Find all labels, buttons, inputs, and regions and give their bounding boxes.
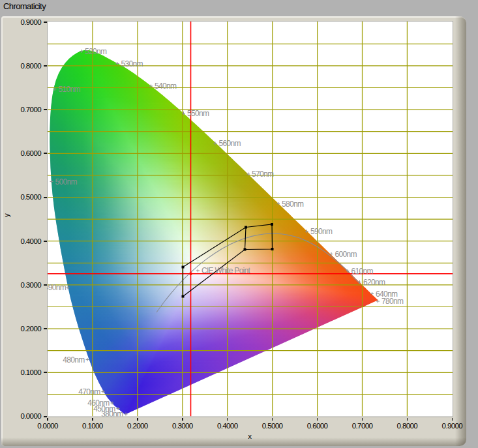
svg-text:500nm: 500nm xyxy=(55,177,78,187)
svg-text:780nm: 780nm xyxy=(381,297,404,306)
svg-text:380nm: 380nm xyxy=(101,410,123,417)
svg-text:490nm: 490nm xyxy=(47,283,67,292)
svg-text:570nm: 570nm xyxy=(252,170,274,179)
svg-text:480nm: 480nm xyxy=(63,355,85,365)
svg-text:510nm: 510nm xyxy=(59,85,81,94)
svg-text:620nm: 620nm xyxy=(363,278,385,287)
svg-text:540nm: 540nm xyxy=(155,82,177,91)
svg-text:590nm: 590nm xyxy=(310,227,333,236)
svg-text:600nm: 600nm xyxy=(335,250,357,259)
svg-text:CIE White Point: CIE White Point xyxy=(202,266,251,275)
svg-text:610nm: 610nm xyxy=(351,267,374,276)
svg-text:580nm: 580nm xyxy=(282,200,304,209)
svg-text:560nm: 560nm xyxy=(219,139,241,148)
svg-text:520nm: 520nm xyxy=(85,47,107,56)
svg-text:530nm: 530nm xyxy=(121,59,143,68)
svg-text:550nm: 550nm xyxy=(187,109,209,118)
svg-text:470nm: 470nm xyxy=(78,387,100,396)
